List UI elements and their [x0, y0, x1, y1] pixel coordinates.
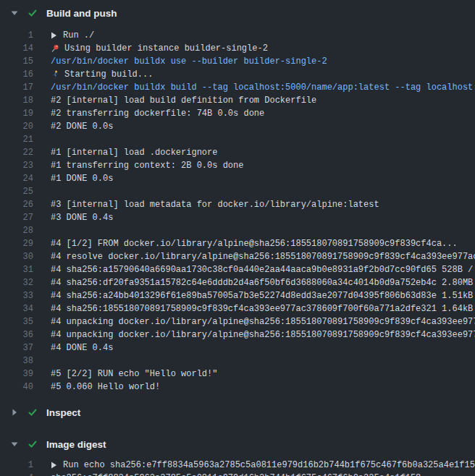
- line-content: #2 [internal] load build definition from…: [51, 94, 316, 107]
- log-text: #4 unpacking docker.io/library/alpine@sh…: [51, 328, 475, 341]
- line-number[interactable]: 38: [0, 354, 33, 367]
- section-gap: [0, 424, 475, 433]
- log-text: #5 [2/2] RUN echo "Hello world!": [51, 367, 217, 381]
- log-text: #4 sha256:a15790640a6690aa1730c38cf0a440…: [51, 263, 475, 276]
- log-text: #4 unpacking docker.io/library/alpine@sh…: [51, 315, 475, 328]
- line-content: Starting build...: [51, 68, 153, 81]
- log-text: #4 sha256:df20fa9351a15782c64e6dddb2d4a6…: [51, 276, 475, 289]
- line-content: #5 [2/2] RUN echo "Hello world!": [51, 367, 217, 381]
- pushpin-icon: [51, 44, 59, 53]
- log-text: #1 [internal] load .dockerignore: [51, 146, 217, 159]
- line-number[interactable]: 25: [0, 185, 33, 198]
- section-build-and-push: Build and push 1Run ./14Using builder in…: [0, 0, 475, 395]
- log-text: #4 [1/2] FROM docker.io/library/alpine@s…: [51, 237, 458, 250]
- play-expand-icon[interactable]: [51, 31, 57, 40]
- line-number[interactable]: 22: [0, 146, 33, 159]
- log-text: #3 [internal] load metadata for docker.i…: [51, 198, 379, 211]
- log-text: #2 [internal] load build definition from…: [51, 94, 316, 107]
- line-number[interactable]: 31: [0, 263, 33, 276]
- log-line: 32#4 sha256:df20fa9351a15782c64e6dddb2d4…: [0, 276, 475, 289]
- log-text: Run ./: [63, 29, 94, 42]
- section-title: Build and push: [46, 8, 117, 19]
- line-number[interactable]: 19: [0, 107, 33, 120]
- log-line: 22#1 [internal] load .dockerignore: [0, 146, 475, 159]
- line-number[interactable]: 4: [0, 472, 33, 476]
- log-line: 25: [0, 185, 475, 198]
- line-number[interactable]: 36: [0, 328, 33, 341]
- line-content: #4 sha256:a15790640a6690aa1730c38cf0a440…: [51, 263, 475, 276]
- line-number[interactable]: 18: [0, 94, 33, 107]
- play-expand-icon[interactable]: [51, 461, 57, 469]
- check-icon: [28, 407, 38, 417]
- log-block-image-digest: 1Run echo sha256:e7ff8834a5963a2785c5a08…: [0, 456, 475, 476]
- log-line: 23#1 transferring context: 2B 0.0s done: [0, 159, 475, 172]
- section-header-build-and-push[interactable]: Build and push: [0, 0, 475, 26]
- line-content: #2 transferring dockerfile: 74B 0.0s don…: [51, 107, 264, 120]
- log-line: 14Using builder instance builder-single-…: [0, 42, 475, 55]
- line-number[interactable]: 28: [0, 224, 33, 237]
- log-text: #1 DONE 0.0s: [51, 172, 113, 185]
- line-number[interactable]: 26: [0, 198, 33, 211]
- log-text: #3 DONE 0.4s: [51, 211, 113, 224]
- section-header-inspect[interactable]: Inspect: [0, 401, 475, 424]
- log-block-build-and-push: 1Run ./14Using builder instance builder-…: [0, 26, 475, 395]
- log-line: 15/usr/bin/docker buildx use --builder b…: [0, 55, 475, 68]
- log-line: 38: [0, 354, 475, 367]
- log-line: 36#4 unpacking docker.io/library/alpine@…: [0, 328, 475, 341]
- chevron-down-icon[interactable]: [10, 9, 19, 17]
- log-line: 21: [0, 133, 475, 146]
- runner-icon: [51, 70, 59, 79]
- section-header-image-digest[interactable]: Image digest: [0, 433, 475, 456]
- line-number[interactable]: 20: [0, 120, 33, 133]
- section-title: Inspect: [46, 407, 80, 418]
- log-line: 19#2 transferring dockerfile: 74B 0.0s d…: [0, 107, 475, 120]
- line-number[interactable]: 39: [0, 367, 33, 381]
- log-line: 39#5 [2/2] RUN echo "Hello world!": [0, 367, 475, 381]
- line-number[interactable]: 37: [0, 341, 33, 354]
- line-number[interactable]: 29: [0, 237, 33, 250]
- line-number[interactable]: 30: [0, 250, 33, 263]
- chevron-right-icon[interactable]: [10, 408, 19, 417]
- log-line: 4sha256:e7ff8834a5963a2785c5a0811e979d16…: [0, 472, 475, 476]
- log-text: Starting build...: [64, 68, 153, 81]
- log-text: #4 resolve docker.io/library/alpine@sha2…: [51, 250, 475, 263]
- line-number[interactable]: 1: [0, 29, 33, 42]
- log-text: #2 transferring dockerfile: 74B 0.0s don…: [51, 107, 264, 120]
- line-number[interactable]: 35: [0, 315, 33, 328]
- chevron-down-icon[interactable]: [10, 440, 19, 449]
- line-content: #4 sha256:185518070891758909c9f839cf4ca3…: [51, 302, 475, 315]
- log-line: 1Run echo sha256:e7ff8834a5963a2785c5a08…: [0, 459, 475, 472]
- line-number[interactable]: 32: [0, 276, 33, 289]
- line-content: /usr/bin/docker buildx use --builder bui…: [51, 55, 327, 68]
- log-line: 35#4 unpacking docker.io/library/alpine@…: [0, 315, 475, 328]
- log-line: 33#4 sha256:a24bb4013296f61e89ba57005a7b…: [0, 289, 475, 302]
- line-number[interactable]: 1: [0, 459, 33, 472]
- line-content: #4 unpacking docker.io/library/alpine@sh…: [51, 328, 475, 341]
- line-content: sha256:e7ff8834a5963a2785c5a0811e979d16b…: [51, 472, 421, 476]
- section-inspect: Inspect: [0, 401, 475, 424]
- line-number[interactable]: 15: [0, 55, 33, 68]
- line-number[interactable]: 23: [0, 159, 33, 172]
- line-number[interactable]: 34: [0, 302, 33, 315]
- line-number[interactable]: 16: [0, 68, 33, 81]
- section-title: Image digest: [46, 439, 106, 450]
- line-number[interactable]: 40: [0, 381, 33, 394]
- line-number[interactable]: 27: [0, 211, 33, 224]
- line-number[interactable]: 14: [0, 42, 33, 55]
- line-content: #4 unpacking docker.io/library/alpine@sh…: [51, 315, 475, 328]
- log-text: Run echo sha256:e7ff8834a5963a2785c5a081…: [63, 459, 475, 472]
- line-number[interactable]: 24: [0, 172, 33, 185]
- line-content: Run echo sha256:e7ff8834a5963a2785c5a081…: [51, 459, 475, 472]
- line-number[interactable]: 33: [0, 289, 33, 302]
- line-content: #4 [1/2] FROM docker.io/library/alpine@s…: [51, 237, 458, 250]
- line-content: #5 0.060 Hello world!: [51, 381, 160, 394]
- line-number[interactable]: 21: [0, 133, 33, 146]
- log-text: Using builder instance builder-single-2: [64, 42, 268, 55]
- line-content: #4 sha256:a24bb4013296f61e89ba57005a7b3e…: [51, 289, 475, 302]
- line-content: #1 transferring context: 2B 0.0s done: [51, 159, 243, 172]
- log-line: 28: [0, 224, 475, 237]
- line-number[interactable]: 17: [0, 81, 33, 94]
- line-content: Run ./: [51, 29, 94, 42]
- log-line: 31#4 sha256:a15790640a6690aa1730c38cf0a4…: [0, 263, 475, 276]
- line-content: /usr/bin/docker buildx build --tag local…: [51, 81, 475, 94]
